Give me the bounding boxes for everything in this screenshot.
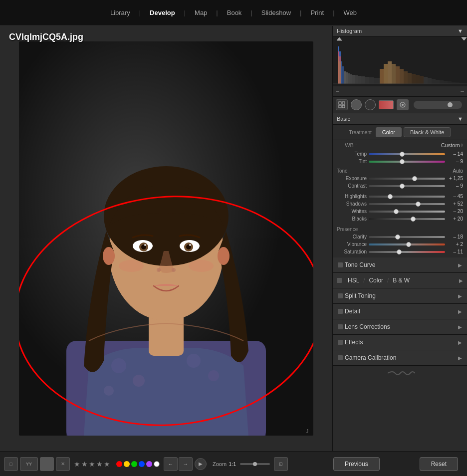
nav-web[interactable]: Web bbox=[335, 0, 366, 25]
contrast-slider-row: Contrast – 9 bbox=[333, 182, 467, 190]
histogram-header[interactable]: Histogram ▼ bbox=[333, 26, 467, 36]
effects-header[interactable]: Effects ▶ bbox=[333, 335, 467, 350]
bw-tab[interactable]: B & W bbox=[393, 277, 410, 284]
play-button[interactable]: ▶ bbox=[195, 458, 207, 470]
exposure-slider-track[interactable] bbox=[369, 178, 445, 180]
lens-corrections-section: Lens Corrections ▶ bbox=[333, 319, 467, 335]
detail-header[interactable]: Detail ▶ bbox=[333, 304, 467, 319]
svg-rect-52 bbox=[388, 61, 392, 84]
nav-library[interactable]: Library bbox=[101, 0, 139, 25]
vibrance-slider-thumb[interactable] bbox=[406, 242, 411, 247]
svg-rect-43 bbox=[352, 75, 355, 84]
nav-print[interactable]: Print bbox=[301, 0, 333, 25]
histogram-minus-left[interactable]: – bbox=[336, 88, 339, 95]
hsl-sep-2: / bbox=[387, 277, 389, 283]
color-red[interactable] bbox=[116, 461, 122, 467]
presence-header-row: Presence bbox=[333, 226, 467, 233]
color-white[interactable] bbox=[154, 461, 160, 467]
split-toning-header[interactable]: Split Toning ▶ bbox=[333, 288, 467, 303]
next-arrow-btn[interactable]: → bbox=[179, 457, 193, 471]
highlights-slider-thumb[interactable] bbox=[388, 194, 393, 199]
prev-arrow-btn[interactable]: ← bbox=[164, 457, 178, 471]
yy-btn[interactable]: YY bbox=[20, 457, 38, 471]
dark-circle-tool[interactable] bbox=[365, 99, 376, 110]
svg-point-17 bbox=[144, 244, 146, 246]
saturation-slider-row: Saturation – 11 bbox=[333, 248, 467, 255]
svg-point-25 bbox=[189, 260, 214, 272]
whites-slider-track[interactable] bbox=[369, 211, 445, 213]
basic-section-header[interactable]: Basic ▼ bbox=[333, 113, 467, 125]
close-secondary-btn[interactable]: ✕ bbox=[56, 457, 70, 471]
active-tool[interactable] bbox=[397, 99, 409, 110]
whites-slider-thumb[interactable] bbox=[394, 209, 399, 214]
highlights-slider-track[interactable] bbox=[369, 196, 445, 198]
nav-slideshow[interactable]: Slideshow bbox=[252, 0, 300, 25]
presence-label: Presence bbox=[337, 227, 358, 232]
auto-button[interactable]: Auto bbox=[453, 168, 463, 174]
shadows-slider-thumb[interactable] bbox=[416, 202, 421, 207]
contrast-value: – 9 bbox=[447, 183, 463, 189]
clarity-slider-track[interactable] bbox=[369, 236, 445, 238]
wb-value-container[interactable]: Custom ◊ bbox=[441, 142, 463, 148]
svg-rect-59 bbox=[416, 75, 420, 84]
previous-button[interactable]: Previous bbox=[333, 457, 380, 471]
blacks-slider-track[interactable] bbox=[369, 218, 445, 220]
svg-point-13 bbox=[218, 247, 230, 265]
star-2[interactable]: ★ bbox=[81, 460, 88, 468]
svg-point-23 bbox=[172, 268, 176, 272]
blacks-slider-thumb[interactable] bbox=[411, 217, 416, 222]
secondary-view-btn[interactable] bbox=[40, 457, 54, 471]
color-blue[interactable] bbox=[139, 461, 145, 467]
svg-rect-74 bbox=[339, 105, 341, 108]
bw-treatment-btn[interactable]: Black & White bbox=[404, 127, 451, 137]
color-green[interactable] bbox=[131, 461, 137, 467]
shadows-slider-track[interactable] bbox=[369, 203, 445, 205]
temp-slider-row: Temp – 14 bbox=[333, 150, 467, 158]
temp-slider-track[interactable] bbox=[369, 153, 445, 155]
reset-button[interactable]: Reset bbox=[420, 457, 458, 471]
nav-book[interactable]: Book bbox=[218, 0, 251, 25]
star-3[interactable]: ★ bbox=[89, 460, 95, 468]
nav-map[interactable]: Map bbox=[186, 0, 216, 25]
tone-curve-header[interactable]: Tone Curve ▶ bbox=[333, 257, 467, 272]
exposure-slider-thumb[interactable] bbox=[412, 176, 417, 181]
saturation-value: – 11 bbox=[447, 249, 463, 254]
tint-slider-track[interactable] bbox=[369, 161, 445, 163]
shadows-label: Shadows bbox=[337, 201, 367, 207]
star-1[interactable]: ★ bbox=[74, 460, 80, 468]
circle-tool[interactable] bbox=[351, 99, 362, 110]
histogram-arrow: ▼ bbox=[458, 28, 463, 34]
color-treatment-btn[interactable]: Color bbox=[376, 127, 402, 137]
temp-slider-thumb[interactable] bbox=[400, 152, 405, 157]
hsl-tab[interactable]: HSL bbox=[348, 277, 359, 284]
camera-calibration-header[interactable]: Camera Calibration ▶ bbox=[333, 350, 467, 365]
grid-tool[interactable] bbox=[336, 99, 348, 110]
color-yellow[interactable] bbox=[124, 461, 130, 467]
toolbar-slider[interactable] bbox=[414, 101, 462, 109]
svg-rect-68 bbox=[452, 82, 456, 84]
vibrance-slider-track[interactable] bbox=[369, 243, 445, 245]
color-tab[interactable]: Color bbox=[369, 277, 383, 284]
contrast-slider-track[interactable] bbox=[369, 185, 445, 187]
histogram-minus-right[interactable]: – bbox=[461, 88, 464, 95]
color-purple[interactable] bbox=[146, 461, 152, 467]
tint-slider-thumb[interactable] bbox=[400, 159, 405, 164]
view-toggle-btn[interactable]: □ bbox=[4, 457, 18, 471]
photo-image[interactable]: J bbox=[19, 41, 313, 436]
split-toning-arrow: ▶ bbox=[458, 293, 462, 299]
fit-btn[interactable]: ⊡ bbox=[274, 457, 288, 471]
nav-develop[interactable]: Develop bbox=[141, 0, 184, 25]
star-5[interactable]: ★ bbox=[104, 460, 110, 468]
svg-point-26 bbox=[160, 271, 162, 273]
tint-value: – 9 bbox=[447, 159, 463, 164]
rect-tool[interactable] bbox=[379, 100, 394, 109]
contrast-slider-thumb[interactable] bbox=[400, 184, 405, 189]
camera-calibration-arrow: ▶ bbox=[458, 355, 462, 361]
star-4[interactable]: ★ bbox=[96, 460, 103, 468]
zoom-slider[interactable] bbox=[240, 463, 270, 465]
clarity-slider-thumb[interactable] bbox=[395, 235, 400, 239]
saturation-slider-thumb[interactable] bbox=[397, 249, 402, 254]
saturation-label: Saturation bbox=[337, 249, 367, 254]
lens-corrections-header[interactable]: Lens Corrections ▶ bbox=[333, 319, 467, 334]
saturation-slider-track[interactable] bbox=[369, 251, 445, 253]
